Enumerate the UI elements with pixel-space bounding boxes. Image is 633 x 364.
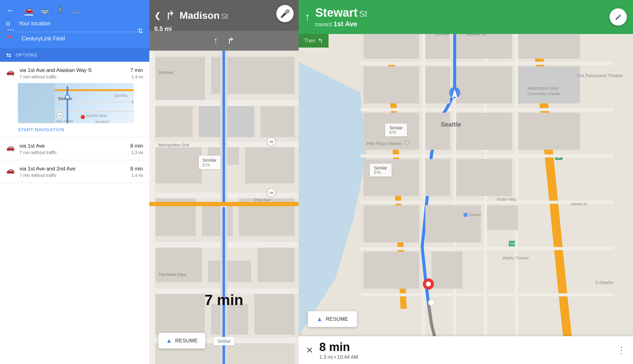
bottom-bar-right: ✕ 8 min 1.3 mi • 10:44 AM ⋮	[299, 336, 633, 364]
start-navigation-button[interactable]: START NAVIGATION	[18, 127, 143, 132]
svg-rect-30	[155, 291, 205, 335]
eta-time-value: 7 min	[205, 292, 243, 308]
svg-text:The Paramount Theatre: The Paramount Theatre	[577, 73, 623, 78]
transport-bike[interactable]: 🚲	[72, 6, 80, 15]
eta-time-middle: 7 min	[205, 291, 243, 308]
transport-row: ← 🚗 🚌 🚶 🚲	[6, 6, 143, 15]
svg-rect-21	[155, 146, 202, 183]
transport-bus[interactable]: 🚌	[40, 6, 49, 15]
svg-rect-82	[363, 34, 419, 59]
nav-street-main-middle: Madison	[180, 10, 220, 21]
nav-street-type-middle: St	[221, 12, 228, 20]
svg-rect-18	[155, 106, 193, 137]
options-label: OPTIONS	[16, 52, 37, 57]
svg-rect-20	[261, 106, 295, 137]
nav-prev-button[interactable]: ❮	[154, 11, 161, 20]
svg-text:SQUIRE PARK: SQUIRE PARK	[86, 114, 107, 118]
svg-text:BELLTOWN: BELLTOWN	[57, 120, 73, 123]
similar-eta-r2-label: ETA	[374, 170, 387, 175]
svg-rect-78	[422, 34, 425, 337]
bottom-eta-time: 8 min	[319, 341, 611, 354]
svg-text:Yesler Way: Yesler Way	[496, 197, 516, 202]
route-item-2[interactable]: 🚗 via 1st Ave 7 min without traffic 8 mi…	[0, 137, 149, 160]
mic-button-right[interactable]: 🎤	[610, 8, 627, 26]
route-3-car-icon: 🚗	[6, 166, 15, 174]
svg-rect-16	[155, 57, 205, 100]
route-1-time: 7 min	[130, 67, 143, 73]
to-location-text: CenturyLink Field	[22, 36, 65, 42]
svg-text:Post Ave: Post Ave	[254, 198, 270, 202]
svg-rect-0	[18, 83, 55, 123]
route-3-time: 8 min	[130, 166, 143, 172]
nav-street-line-right: Stewart St	[315, 6, 605, 19]
nav-street-type-right: St	[359, 9, 367, 19]
similar-eta-right-1: Similar ETA	[385, 123, 407, 136]
bottom-info: 8 min 1.3 mi • 10:44 AM	[319, 341, 611, 360]
transport-car[interactable]: 🚗	[25, 6, 33, 15]
similar-eta-text: Similar	[202, 157, 217, 163]
svg-rect-83	[425, 34, 450, 59]
resume-button-right[interactable]: ▲ RESUME	[308, 311, 357, 327]
similar-eta-bottom: Similar	[214, 337, 234, 345]
route-2-header: 🚗 via 1st Ave 7 min without traffic 8 mi…	[6, 143, 143, 155]
route-1-time-block: 7 min 1.4 mi	[130, 67, 143, 79]
swap-locations-button[interactable]: ⇅	[138, 27, 143, 35]
top-bar: ← 🚗 🚌 🚶 🚲 Your location 📍 CenturyLink Fi…	[0, 0, 149, 48]
svg-point-105	[426, 282, 431, 287]
svg-rect-28	[208, 261, 251, 282]
route-item-1[interactable]: 🚗 via 1st Ave and Alaskan Way S 7 min wi…	[0, 62, 149, 137]
svg-rect-29	[257, 245, 295, 282]
route-3-time-block: 8 min 1.4 mi	[130, 166, 143, 178]
nav-sub-header-middle: ↑ ↱	[149, 31, 299, 51]
route-3-header: 🚗 via 1st Ave and 2nd Ave 7 min without …	[6, 166, 143, 178]
route-1-name: via 1st Ave and Alaskan Way S	[19, 67, 125, 73]
left-panel: ← 🚗 🚌 🚶 🚲 Your location 📍 CenturyLink Fi…	[0, 0, 149, 364]
more-options-button[interactable]: ⋮	[617, 345, 626, 355]
sub-arrow-right: ↱	[227, 36, 234, 46]
svg-rect-81	[515, 34, 518, 337]
turn-right-icon: ↱	[165, 9, 175, 22]
svg-rect-84	[456, 34, 512, 59]
mic-icon-right: 🎤	[615, 14, 621, 20]
resume-label-right: RESUME	[326, 316, 348, 322]
then-label: Then	[304, 38, 315, 44]
svg-rect-32	[254, 291, 295, 335]
svg-text:E: E	[132, 100, 134, 104]
svg-point-11	[81, 115, 85, 119]
transport-walk[interactable]: 🚶	[56, 6, 65, 15]
route-2-name: via 1st Ave	[19, 143, 125, 149]
svg-rect-97	[363, 205, 419, 242]
svg-text:99: 99	[270, 191, 273, 195]
map-middle: Post Ave on St 2nd Ave Fado Irish Pub Me…	[149, 51, 299, 364]
route-3-info: via 1st Ave and 2nd Ave 7 min without tr…	[19, 166, 125, 178]
mic-icon-middle: 🎤	[280, 9, 290, 19]
route-2-time: 8 min	[130, 143, 143, 149]
svg-rect-89	[518, 66, 580, 103]
sub-arrow-up: ↑	[214, 36, 218, 46]
resume-button-middle[interactable]: ▲ RESUME	[159, 333, 205, 349]
middle-panel: ❮ ↱ Madison St ❯ 🎤 0.5 mi ↑ ↱	[149, 0, 299, 364]
back-button[interactable]: ←	[6, 6, 15, 15]
route-1-map-svg: Seattle SQUIRE PARK CENTRAL ATLANTIC BEL…	[18, 83, 134, 123]
svg-rect-88	[456, 66, 512, 103]
svg-text:ATLANTIC: ATLANTIC	[95, 120, 110, 123]
similar-bottom-text: Similar	[217, 339, 231, 344]
route-2-sub: 7 min without traffic	[19, 150, 125, 155]
svg-text:2nd Ave: 2nd Ave	[159, 70, 173, 75]
svg-rect-24	[155, 193, 196, 236]
close-navigation-button[interactable]: ✕	[306, 345, 313, 355]
svg-rect-40	[149, 51, 155, 364]
route-2-dist: 1.3 mi	[130, 150, 143, 155]
svg-text:S Dearbo: S Dearbo	[595, 280, 614, 285]
svg-rect-91	[425, 113, 450, 150]
route-1-sub: 7 min without traffic	[19, 74, 125, 79]
mic-button-middle[interactable]: 🎤	[276, 5, 294, 22]
similar-eta-r1-label: ETA	[389, 130, 403, 135]
route-3-dist: 1.4 mi	[130, 173, 143, 178]
toward-street: 1st Ave	[333, 20, 357, 28]
then-turn-icon: ↰	[318, 37, 323, 44]
route-item-3[interactable]: 🚗 via 1st Ave and 2nd Ave 7 min without …	[0, 160, 149, 183]
svg-text:Washington State: Washington State	[527, 86, 559, 90]
map-svg-right: 5 5 99 99 519 519	[299, 0, 633, 337]
svg-rect-23	[245, 146, 295, 183]
